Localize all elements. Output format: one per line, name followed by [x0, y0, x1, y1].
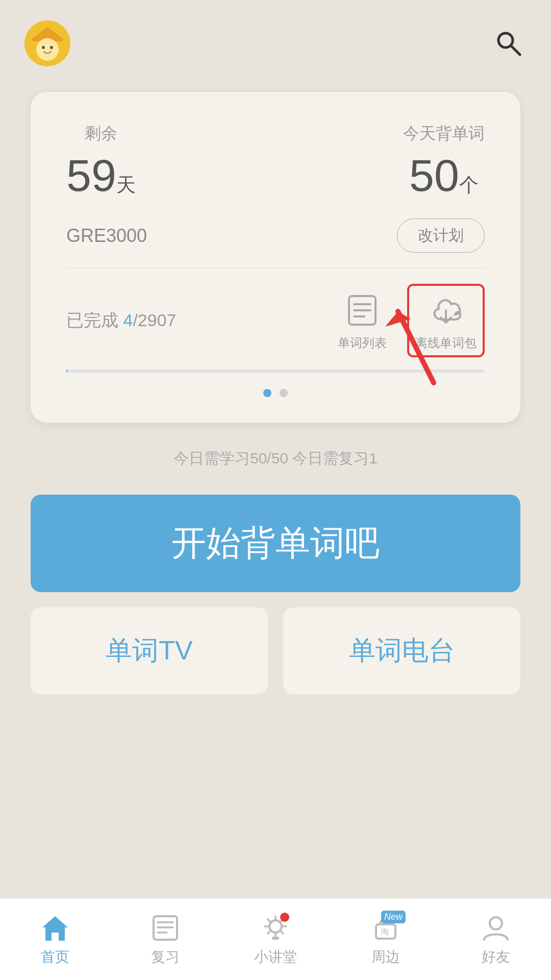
- progress-bar-container: [66, 370, 485, 373]
- svg-point-31: [490, 917, 502, 929]
- search-button[interactable]: [491, 26, 527, 61]
- card-stats: 剩余 59 天 今天背单词 50 个: [66, 122, 485, 198]
- daily-info-section: 今日需学习50/50 今日需复习1: [0, 448, 551, 469]
- today-value: 50: [409, 153, 459, 198]
- nav-label-home: 首页: [41, 947, 69, 967]
- avatar-svg: [27, 23, 68, 64]
- svg-line-25: [281, 932, 283, 934]
- nav-label-review: 复习: [151, 947, 180, 967]
- word-list-button[interactable]: 单词列表: [338, 290, 387, 351]
- svg-point-3: [42, 46, 45, 49]
- progress-bar-fill: [66, 370, 67, 373]
- card-divider: [66, 268, 485, 268]
- home-icon: [37, 913, 73, 943]
- svg-marker-0: [32, 27, 63, 38]
- svg-point-2: [36, 38, 59, 61]
- start-study-button[interactable]: 开始背单词吧: [31, 495, 520, 592]
- header: [0, 0, 551, 77]
- word-radio-button[interactable]: 单词电台: [283, 607, 520, 694]
- remaining-unit: 天: [116, 172, 136, 198]
- dot-1: [263, 389, 271, 397]
- review-icon: [147, 913, 183, 943]
- dot-2: [280, 389, 288, 397]
- secondary-buttons: 单词TV 单词电台: [31, 607, 520, 694]
- lecture-icon: [258, 913, 293, 943]
- svg-line-6: [511, 45, 520, 55]
- nav-item-lecture[interactable]: 小讲堂: [230, 913, 321, 967]
- word-tv-label: 单词TV: [106, 635, 192, 665]
- today-label: 今天背单词: [403, 122, 485, 145]
- svg-line-24: [268, 919, 270, 921]
- shop-new-badge: New: [381, 911, 406, 923]
- cloud-download-icon: [428, 292, 464, 329]
- plan-name: GRE3000: [66, 225, 147, 247]
- plan-row: GRE3000 改计划: [66, 218, 485, 253]
- total-value: 2907: [138, 310, 177, 330]
- search-icon: [494, 29, 523, 58]
- completed-label: 已完成: [66, 310, 118, 330]
- header-left: [24, 20, 70, 66]
- shop-icon: 淘 New: [368, 913, 404, 943]
- bottom-nav: 首页 复习: [0, 898, 551, 980]
- nav-label-lecture: 小讲堂: [254, 947, 297, 967]
- svg-line-27: [268, 932, 270, 934]
- remaining-stat: 剩余 59 天: [66, 122, 136, 198]
- friends-icon: [478, 913, 514, 943]
- main-card: 剩余 59 天 今天背单词 50 个 GRE3000 改计划 已完成 4/290…: [31, 92, 520, 423]
- lecture-badge: [280, 913, 289, 922]
- progress-text: 已完成 4/2907: [66, 309, 176, 332]
- nav-item-friends[interactable]: 好友: [450, 913, 542, 967]
- svg-rect-28: [272, 937, 279, 940]
- completed-value: 4: [123, 310, 133, 330]
- nav-item-review[interactable]: 复习: [119, 913, 211, 967]
- progress-row: 已完成 4/2907 单词列表: [66, 284, 485, 357]
- word-list-icon-box: [339, 290, 385, 331]
- start-study-label: 开始背单词吧: [171, 523, 380, 562]
- offline-package-button[interactable]: 离线单词包: [407, 284, 485, 357]
- svg-marker-14: [42, 916, 68, 941]
- svg-text:淘: 淘: [381, 927, 389, 936]
- today-stat: 今天背单词 50 个: [403, 122, 485, 198]
- change-plan-button[interactable]: 改计划: [397, 218, 485, 253]
- nav-item-home[interactable]: 首页: [9, 913, 101, 967]
- word-tv-button[interactable]: 单词TV: [31, 607, 268, 694]
- nav-item-shop[interactable]: 淘 New 周边: [340, 913, 432, 967]
- word-radio-label: 单词电台: [349, 635, 455, 665]
- svg-point-4: [50, 46, 53, 49]
- remaining-label: 剩余: [85, 122, 117, 145]
- nav-label-friends: 好友: [482, 947, 510, 967]
- pagination-dots: [66, 389, 485, 397]
- daily-info-text: 今日需学习50/50 今日需复习1: [173, 450, 378, 467]
- word-list-icon: [344, 292, 381, 329]
- word-list-label: 单词列表: [338, 335, 387, 351]
- action-icons: 单词列表 离线单词包: [338, 284, 485, 357]
- today-unit: 个: [459, 172, 479, 198]
- offline-icon-box: [423, 290, 469, 331]
- svg-point-19: [269, 920, 282, 933]
- avatar[interactable]: [24, 20, 70, 66]
- remaining-value: 59: [66, 153, 116, 198]
- nav-label-shop: 周边: [371, 947, 400, 967]
- offline-label: 离线单词包: [415, 335, 477, 351]
